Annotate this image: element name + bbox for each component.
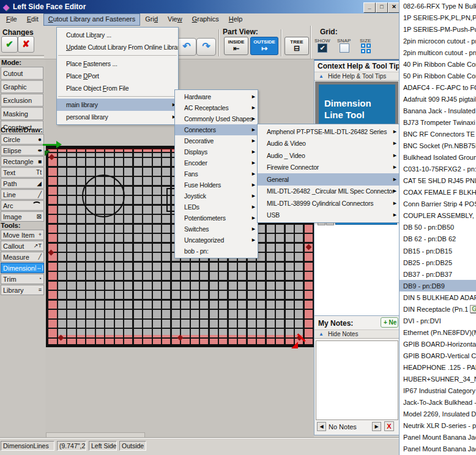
library-list-item[interactable]: GPIB BOARD-Horizontal xyxy=(400,338,476,350)
menu-item[interactable]: personal library xyxy=(57,111,178,123)
library-list-item[interactable]: IP67 Industrial Category xyxy=(400,385,476,397)
menu-item[interactable]: AC Receptacles xyxy=(175,102,258,113)
menu-item[interactable]: Displays xyxy=(175,146,258,157)
mode-button[interactable]: Masking xyxy=(1,107,43,120)
menu-item[interactable]: Place Fasteners ... xyxy=(57,58,178,70)
library-list-item[interactable]: DIN 5 BULKHEAD ADAPT xyxy=(400,291,476,303)
menu-item[interactable]: Connectors xyxy=(175,124,258,135)
menu-item[interactable]: bob - pn: xyxy=(175,246,258,257)
menubar-item[interactable]: Grid xyxy=(140,13,163,26)
library-list-item[interactable]: Conn Barrier Strip 4 POS xyxy=(400,198,476,210)
menubar-item[interactable]: View xyxy=(163,13,187,26)
menu-item[interactable]: Uncategorized xyxy=(175,235,258,246)
menu-item[interactable]: Joystick xyxy=(175,190,258,201)
library-list-item[interactable]: CAT 5E SHLD RJ45 PNL xyxy=(400,175,476,187)
outside-view-button[interactable]: OUTSIDE ↦ xyxy=(250,37,278,55)
menu-item[interactable]: MIL-DTL-38999 Cylindrical Connectors xyxy=(258,197,399,209)
maximize-button[interactable]: □ xyxy=(376,2,388,13)
tool-button[interactable]: Library≡ xyxy=(1,285,44,295)
tool-button[interactable]: Callout↗T xyxy=(1,241,44,251)
library-list-item[interactable]: GPIB BOARD-Vertical Co xyxy=(400,350,476,361)
inside-view-button[interactable]: INSIDE ⇤ xyxy=(224,37,248,55)
library-list-item[interactable]: Ethernet (Pn.NE8FDV)(M xyxy=(400,326,476,338)
title-bar[interactable]: ◆ Left Side Face Editor xyxy=(0,0,400,13)
library-list-item[interactable]: BJ73 Trompeter Twinaxi xyxy=(400,116,476,128)
library-list-item[interactable]: Banana Jack - Insulated xyxy=(400,105,476,116)
menu-item[interactable]: Switches xyxy=(175,224,258,235)
library-list-item[interactable]: 2pin multicon cutout - pn xyxy=(400,47,476,58)
library-list-item[interactable]: 2pin microcon cutout - pn xyxy=(400,35,476,47)
canvas-circle-shape[interactable] xyxy=(82,175,125,217)
library-list-item[interactable]: Panel Mount Banana Jac xyxy=(400,432,476,443)
menubar-item[interactable]: Graphics xyxy=(187,13,224,26)
menu-item[interactable]: Potentiometers xyxy=(175,212,258,224)
library-list-item[interactable]: Bulkhead Isolated Groun xyxy=(400,152,476,164)
library-list-item[interactable]: ADAFC4 - FC-APC to FC xyxy=(400,81,476,93)
menu-item[interactable]: USB xyxy=(258,209,399,222)
draw-tool-button[interactable]: Image⊠ xyxy=(1,211,44,222)
library-list-item[interactable]: DB 62 - pn:DB 62 xyxy=(400,233,476,245)
menu-item[interactable]: Fuse Holders xyxy=(175,179,258,190)
library-list-item[interactable]: HEADPHONE .125 - PAN xyxy=(400,361,476,373)
menu-item[interactable]: LEDs xyxy=(175,201,258,212)
menu-item[interactable]: MIL-DTL-26482 _Circular MIL Spec Connect… xyxy=(258,186,399,198)
menu-item[interactable]: General xyxy=(258,173,399,186)
library-list-item[interactable]: Model 2269, Insulated Do xyxy=(400,408,476,420)
grid-size-icon[interactable] xyxy=(361,43,371,53)
tool-button[interactable]: Dimension|↔| xyxy=(1,263,44,273)
library-list-item[interactable]: DB 50 - pn:DB50 xyxy=(400,222,476,233)
undo-button[interactable]: ↶ xyxy=(177,38,196,56)
menu-item[interactable]: Place Object From File xyxy=(57,82,178,94)
tree-view-button[interactable]: TREE ⊟ xyxy=(284,37,309,55)
library-list-item[interactable]: 40 Pin Ribbon Cable Con xyxy=(400,58,476,70)
previous-note-button[interactable]: ◀ xyxy=(317,422,326,431)
library-list-item[interactable]: Jack-To-Jack Bulkhead - xyxy=(400,397,476,408)
draw-tool-button[interactable]: TextTt xyxy=(1,167,44,178)
menu-item[interactable]: Audio _ Video xyxy=(258,149,399,162)
snap-grid-checkbox[interactable] xyxy=(340,43,349,53)
next-note-button[interactable]: ▶ xyxy=(372,422,381,431)
menubar-item[interactable]: Edit xyxy=(22,13,43,26)
draw-tool-button[interactable]: Line╱ xyxy=(1,189,44,200)
library-list-item[interactable]: C031-10-75RFXG2 - pn:( xyxy=(400,164,476,175)
menubar-item[interactable]: Cutout Library and Fasteners xyxy=(43,13,140,26)
menu-item[interactable]: Commonly Used Shapes xyxy=(175,113,258,124)
library-list-item[interactable]: Neutrik XLR D-series - p xyxy=(400,420,476,432)
menu-item[interactable]: Cutout Library ... xyxy=(57,29,178,41)
menubar-item[interactable]: File xyxy=(1,13,22,26)
library-list-item[interactable]: DB25 - pn:DB25 xyxy=(400,257,476,268)
draw-tool-button[interactable]: Circle● xyxy=(1,134,44,145)
draw-tool-button[interactable]: Arc xyxy=(1,200,44,211)
library-list-item[interactable]: 1P SERIES-PK,PL,PN,PX, xyxy=(400,12,476,23)
library-list-item[interactable]: BNC RF Connectors TE 5 xyxy=(400,129,476,140)
library-list-item[interactable]: BNC Socket (Pn.NBB75F xyxy=(400,140,476,152)
menu-item[interactable]: Place DPort xyxy=(57,70,178,82)
menu-item[interactable]: Decorative xyxy=(175,135,258,146)
hide-notes-bar[interactable]: ▲ Hide Notes xyxy=(314,329,399,339)
library-list-item[interactable]: 082-66-RFX Type N Bulk xyxy=(400,0,476,12)
hide-help-bar[interactable]: ▲ Hide Help & Tool Tips xyxy=(314,72,399,81)
library-list-item[interactable]: DB37 - pn:DB37 xyxy=(400,268,476,280)
notes-text-area[interactable] xyxy=(316,340,398,420)
draw-tool-button[interactable]: Path◢ xyxy=(1,178,44,189)
menu-item[interactable]: Audio & Video xyxy=(258,138,399,150)
library-list-item[interactable]: Panel Mount Banana Jac xyxy=(400,443,476,455)
mode-button[interactable]: Exclusion xyxy=(1,94,43,107)
draw-tool-button[interactable]: Rectangle■ xyxy=(1,156,44,167)
menu-item[interactable]: Hardware xyxy=(175,91,258,102)
draw-tool-button[interactable]: Elipse● xyxy=(1,145,44,156)
menu-item[interactable]: main library xyxy=(57,99,178,111)
menu-item[interactable]: Encoder xyxy=(175,157,258,168)
tool-button[interactable]: Measure╱ xyxy=(1,252,44,262)
minimize-button[interactable]: _ xyxy=(363,2,376,13)
library-list-item[interactable]: HUBER+SUHNER_34_N-5 xyxy=(400,374,476,385)
tool-button[interactable]: Trim◔ xyxy=(1,274,44,284)
library-list-item[interactable]: 50 Pin Ribbon Cable Con xyxy=(400,70,476,81)
menu-item[interactable]: Firewire Connector xyxy=(258,162,399,174)
library-list-item[interactable]: DIN Receptacle (Pn.1Ge xyxy=(400,303,476,315)
delete-note-button[interactable]: X xyxy=(384,421,394,431)
library-list-item[interactable]: DB9 - pn:DB9 xyxy=(400,280,476,291)
redo-button[interactable]: ↷ xyxy=(196,38,216,56)
menu-item[interactable]: Amphenol PT-PTSE-MIL-DTL-26482 Series xyxy=(258,126,399,138)
library-list-item[interactable]: DVI - pn:DVI xyxy=(400,315,476,326)
